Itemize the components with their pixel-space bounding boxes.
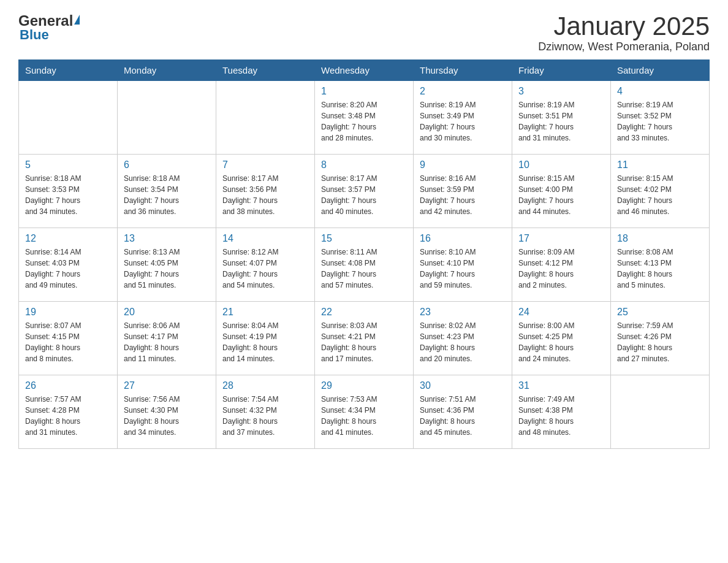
- day-info-4: Sunrise: 8:19 AM Sunset: 3:52 PM Dayligh…: [617, 99, 703, 144]
- day-cell-18: 18Sunrise: 8:08 AM Sunset: 4:13 PM Dayli…: [611, 228, 710, 302]
- day-cell-9: 9Sunrise: 8:16 AM Sunset: 3:59 PM Daylig…: [414, 155, 512, 228]
- day-cell-11: 11Sunrise: 8:15 AM Sunset: 4:02 PM Dayli…: [611, 155, 710, 228]
- day-number-19: 19: [25, 307, 111, 318]
- day-cell-5: 5Sunrise: 8:18 AM Sunset: 3:53 PM Daylig…: [19, 155, 118, 228]
- header-sunday: Sunday: [19, 60, 118, 81]
- day-cell-25: 25Sunrise: 7:59 AM Sunset: 4:26 PM Dayli…: [611, 302, 710, 375]
- day-number-17: 17: [518, 233, 604, 244]
- day-info-29: Sunrise: 7:53 AM Sunset: 4:34 PM Dayligh…: [321, 394, 407, 438]
- day-cell-10: 10Sunrise: 8:15 AM Sunset: 4:00 PM Dayli…: [512, 155, 611, 228]
- empty-cell: [611, 375, 710, 449]
- day-cell-4: 4Sunrise: 8:19 AM Sunset: 3:52 PM Daylig…: [611, 81, 710, 155]
- day-info-30: Sunrise: 7:51 AM Sunset: 4:36 PM Dayligh…: [420, 394, 506, 438]
- day-number-18: 18: [617, 233, 703, 244]
- day-cell-24: 24Sunrise: 8:00 AM Sunset: 4:25 PM Dayli…: [512, 302, 611, 375]
- day-number-16: 16: [420, 233, 506, 244]
- calendar-subtitle: Dziwnow, West Pomerania, Poland: [538, 40, 710, 53]
- day-info-9: Sunrise: 8:16 AM Sunset: 3:59 PM Dayligh…: [420, 173, 506, 217]
- day-number-2: 2: [420, 86, 506, 97]
- day-cell-7: 7Sunrise: 8:17 AM Sunset: 3:56 PM Daylig…: [216, 155, 315, 228]
- day-cell-23: 23Sunrise: 8:02 AM Sunset: 4:23 PM Dayli…: [414, 302, 512, 375]
- logo-triangle-icon: [74, 15, 80, 25]
- day-cell-31: 31Sunrise: 7:49 AM Sunset: 4:38 PM Dayli…: [512, 375, 611, 449]
- day-cell-2: 2Sunrise: 8:19 AM Sunset: 3:49 PM Daylig…: [414, 81, 512, 155]
- header-friday: Friday: [512, 60, 611, 81]
- day-number-12: 12: [25, 233, 111, 244]
- calendar-table: SundayMondayTuesdayWednesdayThursdayFrid…: [18, 59, 710, 449]
- day-number-30: 30: [420, 380, 506, 391]
- day-cell-27: 27Sunrise: 7:56 AM Sunset: 4:30 PM Dayli…: [118, 375, 216, 449]
- day-cell-14: 14Sunrise: 8:12 AM Sunset: 4:07 PM Dayli…: [216, 228, 315, 302]
- week-row-3: 12Sunrise: 8:14 AM Sunset: 4:03 PM Dayli…: [19, 228, 710, 302]
- header-monday: Monday: [118, 60, 216, 81]
- week-row-5: 26Sunrise: 7:57 AM Sunset: 4:28 PM Dayli…: [19, 375, 710, 449]
- day-info-18: Sunrise: 8:08 AM Sunset: 4:13 PM Dayligh…: [617, 247, 703, 291]
- day-number-11: 11: [617, 159, 703, 170]
- day-info-2: Sunrise: 8:19 AM Sunset: 3:49 PM Dayligh…: [420, 99, 506, 144]
- day-cell-29: 29Sunrise: 7:53 AM Sunset: 4:34 PM Dayli…: [315, 375, 414, 449]
- day-cell-16: 16Sunrise: 8:10 AM Sunset: 4:10 PM Dayli…: [414, 228, 512, 302]
- day-info-6: Sunrise: 8:18 AM Sunset: 3:54 PM Dayligh…: [124, 173, 210, 217]
- day-info-5: Sunrise: 8:18 AM Sunset: 3:53 PM Dayligh…: [25, 173, 111, 217]
- day-info-21: Sunrise: 8:04 AM Sunset: 4:19 PM Dayligh…: [222, 320, 308, 364]
- day-number-3: 3: [518, 86, 604, 97]
- day-number-1: 1: [321, 86, 407, 97]
- day-number-8: 8: [321, 159, 407, 170]
- day-info-11: Sunrise: 8:15 AM Sunset: 4:02 PM Dayligh…: [617, 173, 703, 217]
- day-number-14: 14: [222, 233, 308, 244]
- day-info-26: Sunrise: 7:57 AM Sunset: 4:28 PM Dayligh…: [25, 394, 111, 438]
- calendar-header-row: SundayMondayTuesdayWednesdayThursdayFrid…: [19, 60, 710, 81]
- day-info-19: Sunrise: 8:07 AM Sunset: 4:15 PM Dayligh…: [25, 320, 111, 364]
- day-info-20: Sunrise: 8:06 AM Sunset: 4:17 PM Dayligh…: [124, 320, 210, 364]
- day-number-21: 21: [222, 307, 308, 318]
- day-cell-17: 17Sunrise: 8:09 AM Sunset: 4:12 PM Dayli…: [512, 228, 611, 302]
- week-row-1: 1Sunrise: 8:20 AM Sunset: 3:48 PM Daylig…: [19, 81, 710, 155]
- logo-blue-text: Blue: [18, 27, 49, 43]
- day-number-4: 4: [617, 86, 703, 97]
- day-number-31: 31: [518, 380, 604, 391]
- day-number-9: 9: [420, 159, 506, 170]
- day-number-25: 25: [617, 307, 703, 318]
- day-info-31: Sunrise: 7:49 AM Sunset: 4:38 PM Dayligh…: [518, 394, 604, 438]
- day-number-24: 24: [518, 307, 604, 318]
- day-cell-30: 30Sunrise: 7:51 AM Sunset: 4:36 PM Dayli…: [414, 375, 512, 449]
- day-info-27: Sunrise: 7:56 AM Sunset: 4:30 PM Dayligh…: [124, 394, 210, 438]
- week-row-4: 19Sunrise: 8:07 AM Sunset: 4:15 PM Dayli…: [19, 302, 710, 375]
- day-number-23: 23: [420, 307, 506, 318]
- day-info-17: Sunrise: 8:09 AM Sunset: 4:12 PM Dayligh…: [518, 247, 604, 291]
- day-info-14: Sunrise: 8:12 AM Sunset: 4:07 PM Dayligh…: [222, 247, 308, 291]
- day-info-8: Sunrise: 8:17 AM Sunset: 3:57 PM Dayligh…: [321, 173, 407, 217]
- day-number-7: 7: [222, 159, 308, 170]
- header-thursday: Thursday: [414, 60, 512, 81]
- day-info-23: Sunrise: 8:02 AM Sunset: 4:23 PM Dayligh…: [420, 320, 506, 364]
- day-cell-19: 19Sunrise: 8:07 AM Sunset: 4:15 PM Dayli…: [19, 302, 118, 375]
- empty-cell: [19, 81, 118, 155]
- title-block: January 2025 Dziwnow, West Pomerania, Po…: [538, 12, 710, 53]
- day-cell-1: 1Sunrise: 8:20 AM Sunset: 3:48 PM Daylig…: [315, 81, 414, 155]
- day-info-22: Sunrise: 8:03 AM Sunset: 4:21 PM Dayligh…: [321, 320, 407, 364]
- day-cell-3: 3Sunrise: 8:19 AM Sunset: 3:51 PM Daylig…: [512, 81, 611, 155]
- day-number-15: 15: [321, 233, 407, 244]
- header-tuesday: Tuesday: [216, 60, 315, 81]
- day-info-3: Sunrise: 8:19 AM Sunset: 3:51 PM Dayligh…: [518, 99, 604, 144]
- day-cell-13: 13Sunrise: 8:13 AM Sunset: 4:05 PM Dayli…: [118, 228, 216, 302]
- day-cell-20: 20Sunrise: 8:06 AM Sunset: 4:17 PM Dayli…: [118, 302, 216, 375]
- day-info-7: Sunrise: 8:17 AM Sunset: 3:56 PM Dayligh…: [222, 173, 308, 217]
- day-number-29: 29: [321, 380, 407, 391]
- day-cell-6: 6Sunrise: 8:18 AM Sunset: 3:54 PM Daylig…: [118, 155, 216, 228]
- day-cell-22: 22Sunrise: 8:03 AM Sunset: 4:21 PM Dayli…: [315, 302, 414, 375]
- day-info-24: Sunrise: 8:00 AM Sunset: 4:25 PM Dayligh…: [518, 320, 604, 364]
- header-saturday: Saturday: [611, 60, 710, 81]
- day-info-28: Sunrise: 7:54 AM Sunset: 4:32 PM Dayligh…: [222, 394, 308, 438]
- day-number-5: 5: [25, 159, 111, 170]
- page-header: General Blue January 2025 Dziwnow, West …: [18, 12, 710, 53]
- day-number-28: 28: [222, 380, 308, 391]
- week-row-2: 5Sunrise: 8:18 AM Sunset: 3:53 PM Daylig…: [19, 155, 710, 228]
- day-info-10: Sunrise: 8:15 AM Sunset: 4:00 PM Dayligh…: [518, 173, 604, 217]
- day-number-26: 26: [25, 380, 111, 391]
- day-number-20: 20: [124, 307, 210, 318]
- day-info-13: Sunrise: 8:13 AM Sunset: 4:05 PM Dayligh…: [124, 247, 210, 291]
- empty-cell: [118, 81, 216, 155]
- empty-cell: [216, 81, 315, 155]
- day-info-15: Sunrise: 8:11 AM Sunset: 4:08 PM Dayligh…: [321, 247, 407, 291]
